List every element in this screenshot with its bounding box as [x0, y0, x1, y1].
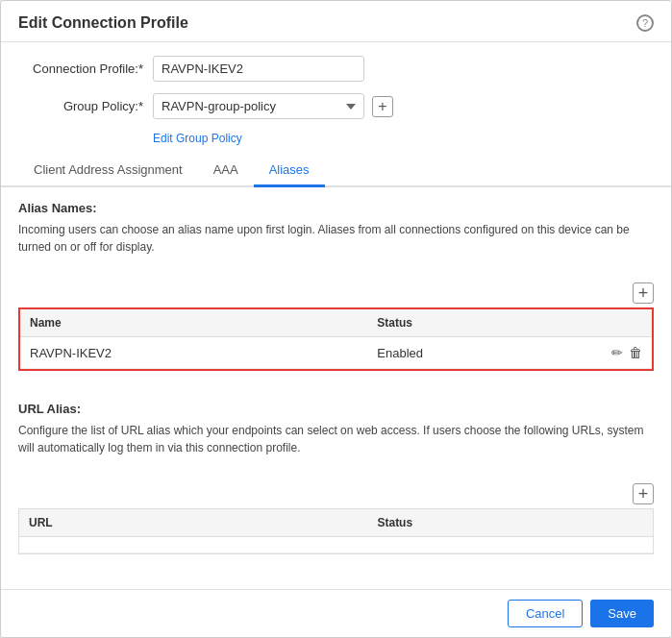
delete-alias-icon[interactable]: 🗑: [629, 345, 642, 360]
url-col-status: Status: [367, 509, 558, 537]
tab-client-address[interactable]: Client Address Assignment: [18, 155, 198, 187]
alias-col-status: Status: [367, 309, 557, 337]
content-wrapper: Alias Names: Incoming users can choose a…: [1, 187, 671, 589]
url-alias-desc: Configure the list of URL alias which yo…: [18, 422, 654, 456]
alias-row-status: Enabled: [367, 337, 557, 369]
alias-names-desc: Incoming users can choose an alias name …: [18, 221, 654, 256]
alias-col-actions: [557, 309, 652, 337]
url-alias-section: URL Alias: Configure the list of URL ali…: [1, 388, 671, 479]
alias-names-table-container: Name Status RAVPN-IKEV2 Enabled ✏: [18, 307, 654, 371]
url-alias-table-container: URL Status: [18, 508, 654, 554]
edit-alias-icon[interactable]: ✏: [611, 345, 623, 360]
edit-policy-link[interactable]: Edit Group Policy: [153, 132, 242, 145]
alias-names-title: Alias Names:: [18, 201, 654, 215]
alias-add-row: +: [1, 279, 671, 307]
url-alias-title: URL Alias:: [18, 402, 654, 416]
content-area: Alias Names: Incoming users can choose a…: [1, 187, 671, 554]
url-empty-row: [19, 537, 653, 553]
action-icons: ✏ 🗑: [566, 345, 642, 360]
group-policy-row: Group Policy:* RAVPN-group-policy +: [18, 93, 654, 119]
alias-row-actions: ✏ 🗑: [557, 337, 652, 369]
alias-names-table: Name Status RAVPN-IKEV2 Enabled ✏: [20, 309, 652, 369]
url-table-header-row: URL Status: [19, 509, 653, 537]
alias-table-header-row: Name Status: [20, 309, 652, 337]
group-policy-wrapper: RAVPN-group-policy +: [153, 93, 393, 119]
add-group-policy-button[interactable]: +: [372, 96, 393, 117]
form-section: Connection Profile:* Group Policy:* RAVP…: [1, 42, 671, 155]
url-add-row: +: [1, 479, 671, 508]
table-row: RAVPN-IKEV2 Enabled ✏ 🗑: [20, 337, 652, 369]
connection-profile-input[interactable]: [153, 56, 364, 82]
url-col-url: URL: [19, 509, 367, 537]
tab-aliases[interactable]: Aliases: [254, 155, 325, 187]
add-alias-button[interactable]: +: [633, 282, 654, 304]
group-policy-label: Group Policy:*: [18, 99, 153, 113]
help-icon[interactable]: ?: [636, 14, 654, 32]
modal-footer: Cancel Save: [1, 589, 671, 637]
modal-header: Edit Connection Profile ?: [1, 1, 671, 42]
url-alias-table: URL Status: [19, 509, 653, 553]
edit-connection-profile-modal: Edit Connection Profile ? Connection Pro…: [0, 0, 672, 638]
alias-names-section: Alias Names: Incoming users can choose a…: [1, 187, 671, 279]
connection-profile-row: Connection Profile:*: [18, 56, 654, 82]
tab-aaa[interactable]: AAA: [198, 155, 254, 187]
alias-col-name: Name: [20, 309, 367, 337]
alias-row-name: RAVPN-IKEV2: [20, 337, 367, 369]
connection-profile-label: Connection Profile:*: [18, 61, 153, 76]
save-button[interactable]: Save: [590, 600, 654, 627]
tabs-bar: Client Address Assignment AAA Aliases: [1, 155, 671, 187]
cancel-button[interactable]: Cancel: [508, 600, 583, 627]
modal-title: Edit Connection Profile: [18, 14, 188, 32]
group-policy-select[interactable]: RAVPN-group-policy: [153, 93, 364, 119]
add-url-button[interactable]: +: [633, 483, 654, 504]
url-col-actions: [558, 509, 653, 537]
